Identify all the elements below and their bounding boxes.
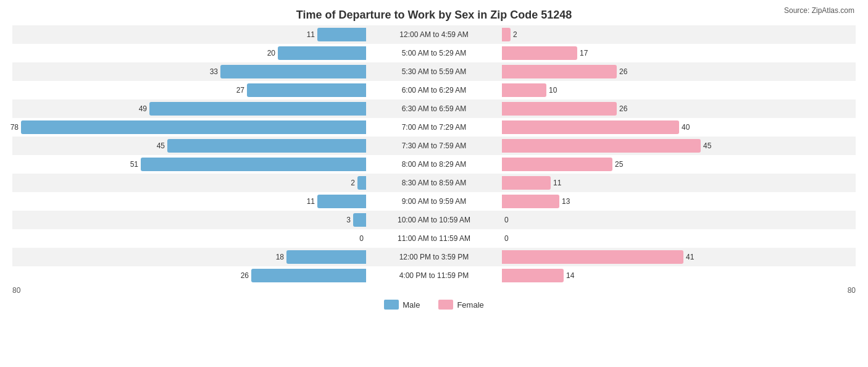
male-value: 0 — [359, 234, 364, 243]
chart-row: 11:00 AM to 11:59 AM00 — [12, 229, 856, 248]
source-text: Source: ZipAtlas.com — [784, 6, 854, 15]
time-label: 12:00 AM to 4:59 AM — [369, 30, 499, 39]
female-bar-container: 2 — [502, 28, 511, 41]
female-value: 45 — [703, 141, 711, 150]
male-bar-container: 26 — [251, 269, 366, 282]
female-value: 41 — [686, 253, 694, 261]
male-value: 20 — [267, 49, 275, 57]
chart-row: 10:00 AM to 10:59 AM30 — [12, 211, 856, 229]
female-bar-container: 25 — [502, 158, 612, 171]
female-bar-container: 13 — [502, 195, 559, 208]
male-bar — [167, 139, 366, 153]
male-bar — [286, 250, 366, 264]
male-bar-container: 20 — [278, 46, 366, 60]
male-bar-container: 18 — [286, 250, 366, 264]
male-color-swatch — [384, 300, 399, 310]
legend-female: Female — [438, 300, 483, 310]
chart-row: 12:00 PM to 3:59 PM1841 — [12, 248, 856, 266]
axis-left-label: 80 — [12, 286, 20, 295]
female-bar-container: 14 — [502, 269, 564, 282]
male-bar-container: 49 — [149, 102, 366, 116]
female-value: 10 — [549, 86, 557, 95]
time-label: 12:00 PM to 3:59 PM — [369, 253, 499, 261]
chart-row: 4:00 PM to 11:59 PM2614 — [12, 266, 856, 285]
time-label: 6:30 AM to 6:59 AM — [369, 104, 499, 113]
female-bar-container: 10 — [502, 83, 546, 97]
male-bar — [317, 195, 366, 208]
time-label: 7:00 AM to 7:29 AM — [369, 123, 499, 132]
chart-row: 12:00 AM to 4:59 AM112 — [12, 25, 856, 44]
time-label: 10:00 AM to 10:59 AM — [369, 216, 499, 224]
male-bar — [357, 176, 366, 190]
male-legend-label: Male — [403, 300, 420, 310]
female-value: 40 — [682, 123, 690, 132]
male-value: 3 — [346, 216, 351, 224]
male-bar-container: 51 — [141, 158, 366, 171]
time-label: 7:30 AM to 7:59 AM — [369, 141, 499, 150]
male-value: 26 — [241, 271, 249, 280]
female-value: 0 — [504, 234, 509, 243]
female-bar-container: 11 — [502, 176, 551, 190]
male-bar-container: 27 — [247, 83, 366, 97]
female-bar-container: 26 — [502, 102, 617, 116]
chart-row: 9:00 AM to 9:59 AM1113 — [12, 192, 856, 211]
female-value: 25 — [615, 160, 623, 169]
female-bar — [502, 46, 577, 60]
male-bar-container: 33 — [220, 65, 366, 78]
female-bar — [502, 176, 551, 190]
chart-row: 7:00 AM to 7:29 AM7840 — [12, 118, 856, 137]
axis-right-label: 80 — [848, 286, 856, 295]
male-bar — [317, 28, 366, 41]
female-bar — [502, 269, 564, 282]
male-bar — [251, 269, 366, 282]
chart-row: 6:30 AM to 6:59 AM4926 — [12, 99, 856, 118]
male-value: 49 — [139, 104, 147, 113]
female-bar-container: 17 — [502, 46, 577, 60]
female-value: 13 — [562, 197, 570, 206]
male-value: 33 — [210, 67, 218, 76]
male-value: 2 — [351, 179, 355, 187]
time-label: 8:00 AM to 8:29 AM — [369, 160, 499, 169]
male-bar — [247, 83, 366, 97]
female-bar — [502, 65, 617, 78]
chart-row: 6:00 AM to 6:29 AM2710 — [12, 81, 856, 99]
male-bar — [220, 65, 366, 78]
male-bar — [353, 213, 366, 227]
chart-row: 7:30 AM to 7:59 AM4545 — [12, 137, 856, 155]
chart-row: 5:00 AM to 5:29 AM2017 — [12, 44, 856, 62]
female-legend-label: Female — [457, 300, 483, 310]
male-bar — [141, 158, 366, 171]
male-value: 51 — [130, 160, 138, 169]
time-label: 4:00 PM to 11:59 PM — [369, 271, 499, 280]
female-bar — [502, 139, 701, 153]
time-label: 11:00 AM to 11:59 AM — [369, 234, 499, 243]
chart-container: Time of Departure to Work by Sex in Zip … — [0, 0, 868, 367]
time-label: 6:00 AM to 6:29 AM — [369, 86, 499, 95]
male-bar-container: 3 — [353, 213, 366, 227]
female-bar — [502, 158, 612, 171]
female-bar — [502, 120, 679, 134]
female-value: 26 — [619, 104, 627, 113]
female-bar-container: 41 — [502, 250, 683, 264]
male-bar — [278, 46, 366, 60]
male-value: 11 — [307, 30, 315, 39]
female-bar — [502, 83, 546, 97]
female-value: 26 — [619, 67, 627, 76]
female-bar-container: 40 — [502, 120, 679, 134]
male-value: 18 — [276, 253, 284, 261]
male-value: 27 — [236, 86, 244, 95]
female-value: 14 — [566, 271, 574, 280]
rows-wrapper: 12:00 AM to 4:59 AM1125:00 AM to 5:29 AM… — [12, 25, 856, 285]
female-value: 2 — [513, 30, 517, 39]
legend: Male Female — [12, 300, 856, 310]
female-value: 0 — [504, 216, 509, 224]
chart-row: 8:30 AM to 8:59 AM211 — [12, 174, 856, 192]
male-value: 11 — [307, 197, 315, 206]
male-value: 78 — [10, 123, 19, 132]
male-value: 45 — [157, 141, 165, 150]
chart-row: 5:30 AM to 5:59 AM3326 — [12, 62, 856, 81]
female-bar-container: 45 — [502, 139, 701, 153]
male-bar-container: 11 — [317, 28, 366, 41]
chart-row: 8:00 AM to 8:29 AM5125 — [12, 155, 856, 174]
legend-male: Male — [384, 300, 420, 310]
